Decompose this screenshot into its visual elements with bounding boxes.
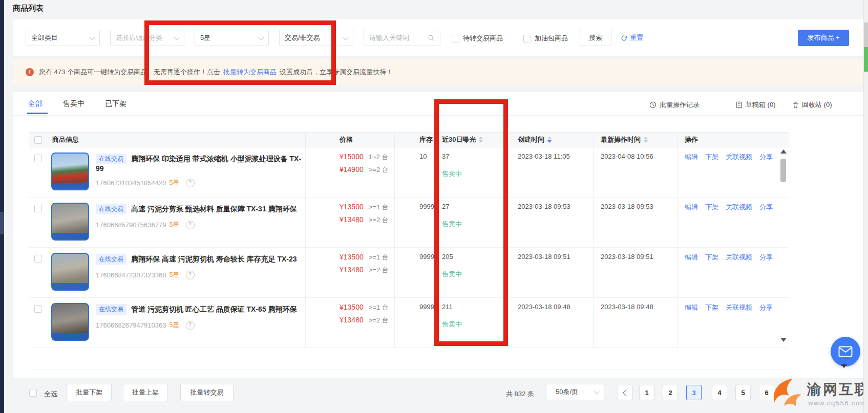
page-button-1[interactable]: 1 bbox=[639, 385, 654, 400]
batch-records-label: 批量操作记录 bbox=[660, 100, 700, 110]
row-checkbox[interactable] bbox=[34, 255, 42, 263]
table-scrollbar-thumb[interactable] bbox=[780, 159, 786, 182]
notice-text-after: 设置成功后，立享专属交易流量扶持！ bbox=[280, 68, 393, 76]
edit-link[interactable]: 编辑 bbox=[685, 203, 698, 211]
search-button[interactable]: 搜索 bbox=[580, 30, 611, 46]
drafts-link[interactable]: 草稿箱 (0) bbox=[736, 100, 776, 110]
online-trade-tag: 在线交易 bbox=[96, 154, 126, 164]
caret-down-icon[interactable] bbox=[841, 364, 847, 368]
recycle-link[interactable]: 回收站 (0) bbox=[792, 100, 832, 110]
scroll-down-icon[interactable] bbox=[780, 338, 787, 342]
related-video-link[interactable]: 关联视频 bbox=[726, 303, 752, 311]
page-button-3-active[interactable]: 3 bbox=[686, 385, 702, 400]
share-link[interactable]: 分享 bbox=[759, 153, 773, 161]
related-video-link[interactable]: 关联视频 bbox=[726, 253, 752, 261]
page-scrollbar[interactable] bbox=[863, 0, 868, 413]
tab-off-shelf[interactable]: 已下架 bbox=[105, 99, 126, 108]
updated-time: 2023-04-08 10:56 bbox=[601, 153, 653, 160]
sort-icon[interactable] bbox=[547, 137, 552, 143]
created-time: 2023-03-18 11:05 bbox=[518, 153, 570, 160]
tab-all[interactable]: 全部 bbox=[28, 99, 43, 108]
product-image[interactable] bbox=[51, 303, 89, 341]
related-video-link[interactable]: 关联视频 bbox=[726, 203, 752, 211]
off-shelf-link[interactable]: 下架 bbox=[705, 153, 718, 161]
off-shelf-link[interactable]: 下架 bbox=[705, 203, 718, 211]
chevron-down-icon bbox=[343, 34, 348, 40]
prev-page-button[interactable] bbox=[618, 385, 633, 400]
product-title[interactable]: 腾翔环保 印染适用 带式浓缩机 小型泥浆处理设备 TX-99 bbox=[96, 155, 301, 172]
shop-category-select[interactable]: 选择店铺内分类 bbox=[110, 30, 184, 46]
share-link[interactable]: 分享 bbox=[759, 303, 773, 311]
row-checkbox[interactable] bbox=[34, 155, 42, 162]
table-row: 在线交易管道 污泥剪切机 匠心工艺 品质保证 TX-65 腾翔环保 176066… bbox=[29, 298, 789, 348]
header-exposure: 近30日曝光 bbox=[442, 135, 476, 144]
product-image[interactable] bbox=[51, 203, 89, 241]
share-link[interactable]: 分享 bbox=[759, 253, 773, 261]
help-icon[interactable] bbox=[186, 271, 195, 279]
sort-icon[interactable] bbox=[644, 137, 648, 143]
scrollbar-thumb[interactable] bbox=[864, 23, 868, 47]
row-checkbox[interactable] bbox=[34, 305, 42, 313]
price-qty: >=2 台 bbox=[369, 266, 389, 274]
price-qty: >=2 台 bbox=[369, 316, 389, 324]
batch-on-label: 批量上架 bbox=[132, 388, 159, 397]
product-id: 1760668472307323368 bbox=[96, 271, 166, 279]
updated-time: 2023-03-18 09:53 bbox=[601, 203, 653, 210]
page-button-4[interactable]: 4 bbox=[712, 385, 727, 400]
publish-product-button[interactable]: 发布商品 + bbox=[798, 30, 849, 46]
reset-button[interactable]: 重置 bbox=[621, 33, 643, 42]
edit-link[interactable]: 编辑 bbox=[685, 303, 698, 311]
star-rating: 5星 bbox=[169, 220, 179, 229]
scroll-up-icon[interactable] bbox=[780, 149, 787, 154]
help-icon[interactable] bbox=[186, 221, 195, 229]
keyword-input[interactable]: 请输入关键词 bbox=[364, 30, 440, 46]
price: ¥13480 bbox=[340, 215, 364, 224]
batch-records-link[interactable]: 批量操作记录 bbox=[649, 100, 700, 110]
page-size-select[interactable]: 50条/页 bbox=[546, 384, 604, 400]
select-all-checkbox[interactable] bbox=[34, 136, 42, 144]
fuel-pack-checkbox[interactable] bbox=[523, 35, 531, 42]
product-list-page: 商品列表 全部类目 选择店铺内分类 5星 交易/非交易 请输入关键词 待转交易商… bbox=[0, 0, 868, 413]
pending-trade-checkbox[interactable] bbox=[452, 35, 459, 42]
edit-link[interactable]: 编辑 bbox=[685, 253, 698, 261]
product-title[interactable]: 高速 污泥分剪泵 甄选材料 质量保障 TX-31 腾翔环保 bbox=[131, 205, 297, 213]
help-icon[interactable] bbox=[186, 321, 195, 330]
help-icon[interactable] bbox=[186, 179, 195, 187]
header-created: 创建时间 bbox=[518, 135, 544, 144]
batch-on-shelf-button[interactable]: 批量上架 bbox=[123, 384, 168, 401]
footer-select-all-checkbox[interactable] bbox=[29, 389, 37, 397]
chat-button[interactable] bbox=[831, 337, 860, 366]
product-title[interactable]: 管道 污泥剪切机 匠心工艺 品质保证 TX-65 腾翔环保 bbox=[131, 305, 297, 313]
header-updated: 最新操作时间 bbox=[601, 135, 641, 144]
trade-type-select[interactable]: 交易/非交易 bbox=[279, 30, 353, 46]
category-select[interactable]: 全部类目 bbox=[26, 30, 100, 46]
pending-trade-filter[interactable]: 待转交易商品 bbox=[452, 34, 503, 43]
price-qty: 1~2 台 bbox=[369, 153, 389, 161]
table-row: 在线交易腾翔环保 印染适用 带式浓缩机 小型泥浆处理设备 TX-99 17606… bbox=[29, 147, 789, 198]
price-qty: >=1 台 bbox=[369, 253, 389, 261]
sort-icon[interactable] bbox=[479, 137, 483, 143]
batch-trade-button[interactable]: 批量转交易 bbox=[180, 384, 234, 401]
product-image[interactable] bbox=[51, 153, 89, 190]
row-checkbox[interactable] bbox=[34, 205, 42, 212]
star-level-select[interactable]: 5星 bbox=[195, 30, 269, 46]
updated-time: 2023-03-18 09:48 bbox=[601, 303, 653, 311]
off-shelf-link[interactable]: 下架 bbox=[705, 303, 718, 311]
page-button-2[interactable]: 2 bbox=[663, 385, 678, 400]
batch-convert-link[interactable]: 批量转为交易商品 bbox=[223, 68, 277, 76]
batch-off-shelf-button[interactable]: 批量下架 bbox=[67, 384, 112, 401]
share-link[interactable]: 分享 bbox=[759, 203, 773, 211]
category-select-value: 全部类目 bbox=[31, 33, 58, 42]
tab-selling[interactable]: 售卖中 bbox=[63, 99, 84, 108]
edit-link[interactable]: 编辑 bbox=[685, 153, 698, 161]
status-label: 售卖中 bbox=[442, 220, 508, 229]
collapsed-sidebar bbox=[0, 0, 4, 413]
related-video-link[interactable]: 关联视频 bbox=[726, 153, 752, 161]
product-title[interactable]: 腾翔环保 高速 污泥剪切机 寿命较长 库存充足 TX-23 bbox=[131, 255, 297, 263]
page-button-5[interactable]: 5 bbox=[735, 385, 751, 400]
fuel-pack-filter[interactable]: 加油包商品 bbox=[523, 34, 568, 43]
pending-trade-label: 待转交易商品 bbox=[463, 34, 503, 43]
off-shelf-link[interactable]: 下架 bbox=[705, 253, 718, 261]
product-image[interactable] bbox=[51, 253, 89, 291]
shop-category-placeholder: 选择店铺内分类 bbox=[116, 33, 162, 42]
